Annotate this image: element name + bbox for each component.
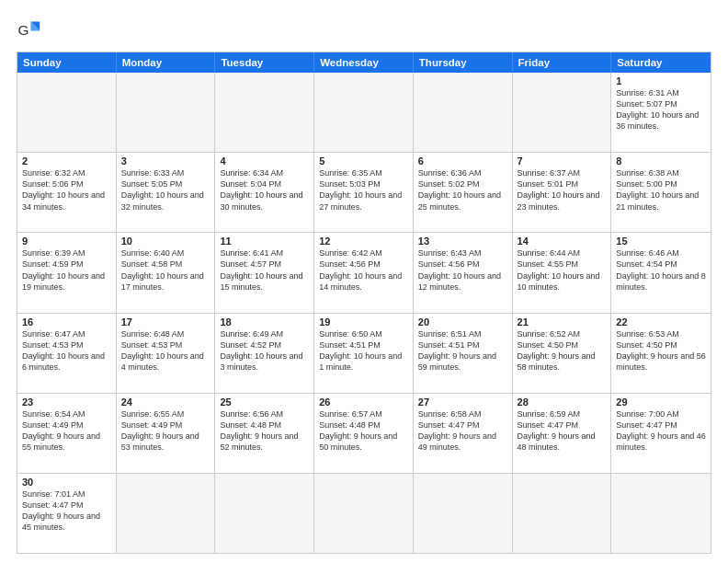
- calendar: SundayMondayTuesdayWednesdayThursdayFrid…: [17, 52, 711, 554]
- day-number: 15: [616, 236, 706, 247]
- day-info: Sunrise: 6:56 AM Sunset: 4:48 PM Dayligh…: [220, 408, 309, 454]
- cal-header-tuesday: Tuesday: [215, 52, 314, 73]
- day-info: Sunrise: 6:41 AM Sunset: 4:57 PM Dayligh…: [220, 247, 309, 293]
- day-number: 1: [616, 75, 706, 86]
- day-info: Sunrise: 6:48 AM Sunset: 4:53 PM Dayligh…: [121, 328, 210, 373]
- day-info: Sunrise: 6:37 AM Sunset: 5:01 PM Dayligh…: [518, 167, 607, 213]
- table-row: 22Sunrise: 6:53 AM Sunset: 4:50 PM Dayli…: [611, 314, 711, 393]
- table-row: 11Sunrise: 6:41 AM Sunset: 4:57 PM Dayli…: [215, 233, 314, 312]
- day-number: 6: [418, 155, 507, 167]
- day-number: 9: [22, 236, 111, 247]
- day-number: 3: [121, 155, 210, 167]
- day-info: Sunrise: 6:46 AM Sunset: 4:54 PM Dayligh…: [616, 247, 706, 293]
- day-info: Sunrise: 6:43 AM Sunset: 4:56 PM Dayligh…: [418, 247, 507, 293]
- table-row: 26Sunrise: 6:57 AM Sunset: 4:48 PM Dayli…: [314, 394, 414, 473]
- cal-header-monday: Monday: [117, 52, 216, 73]
- day-info: Sunrise: 6:36 AM Sunset: 5:02 PM Dayligh…: [418, 167, 507, 213]
- table-row: 17Sunrise: 6:48 AM Sunset: 4:53 PM Dayli…: [117, 314, 216, 393]
- day-number: 19: [319, 316, 408, 327]
- day-info: Sunrise: 6:32 AM Sunset: 5:06 PM Dayligh…: [22, 167, 111, 213]
- day-info: Sunrise: 6:59 AM Sunset: 4:47 PM Dayligh…: [518, 408, 607, 454]
- day-info: Sunrise: 6:35 AM Sunset: 5:03 PM Dayligh…: [319, 167, 408, 213]
- svg-text:G: G: [17, 22, 28, 38]
- table-row: [414, 73, 513, 152]
- day-info: Sunrise: 6:52 AM Sunset: 4:50 PM Dayligh…: [518, 328, 607, 373]
- day-number: 30: [22, 477, 111, 488]
- table-row: [513, 474, 612, 553]
- table-row: 19Sunrise: 6:50 AM Sunset: 4:51 PM Dayli…: [314, 314, 414, 393]
- day-info: Sunrise: 6:51 AM Sunset: 4:51 PM Dayligh…: [418, 328, 507, 373]
- logo: G: [17, 17, 46, 42]
- day-info: Sunrise: 6:42 AM Sunset: 4:56 PM Dayligh…: [319, 247, 408, 293]
- table-row: [611, 474, 711, 553]
- table-row: [215, 73, 314, 152]
- table-row: 20Sunrise: 6:51 AM Sunset: 4:51 PM Dayli…: [414, 314, 513, 393]
- day-info: Sunrise: 6:50 AM Sunset: 4:51 PM Dayligh…: [319, 328, 408, 373]
- day-number: 24: [121, 396, 210, 408]
- day-info: Sunrise: 6:47 AM Sunset: 4:53 PM Dayligh…: [22, 328, 111, 373]
- day-info: Sunrise: 6:33 AM Sunset: 5:05 PM Dayligh…: [121, 167, 210, 213]
- table-row: 9Sunrise: 6:39 AM Sunset: 4:59 PM Daylig…: [17, 233, 117, 312]
- day-number: 16: [22, 316, 111, 327]
- cal-header-saturday: Saturday: [611, 52, 711, 73]
- cal-header-friday: Friday: [513, 52, 612, 73]
- table-row: [17, 73, 117, 152]
- calendar-body: 1Sunrise: 6:31 AM Sunset: 5:07 PM Daylig…: [17, 73, 711, 553]
- day-number: 7: [518, 155, 607, 167]
- day-number: 2: [22, 155, 111, 167]
- table-row: 1Sunrise: 6:31 AM Sunset: 5:07 PM Daylig…: [611, 73, 711, 152]
- day-number: 29: [616, 396, 706, 408]
- day-info: Sunrise: 6:54 AM Sunset: 4:49 PM Dayligh…: [22, 408, 111, 454]
- table-row: 21Sunrise: 6:52 AM Sunset: 4:50 PM Dayli…: [513, 314, 612, 393]
- table-row: 14Sunrise: 6:44 AM Sunset: 4:55 PM Dayli…: [513, 233, 612, 312]
- table-row: 10Sunrise: 6:40 AM Sunset: 4:58 PM Dayli…: [117, 233, 216, 312]
- table-row: [414, 474, 513, 553]
- day-info: Sunrise: 6:31 AM Sunset: 5:07 PM Dayligh…: [616, 87, 706, 132]
- day-number: 23: [22, 396, 111, 408]
- day-number: 12: [319, 236, 408, 247]
- day-info: Sunrise: 6:53 AM Sunset: 4:50 PM Dayligh…: [616, 328, 706, 373]
- table-row: [314, 73, 414, 152]
- cal-header-wednesday: Wednesday: [314, 52, 414, 73]
- day-number: 10: [121, 236, 210, 247]
- table-row: [215, 474, 314, 553]
- calendar-week-2: 9Sunrise: 6:39 AM Sunset: 4:59 PM Daylig…: [17, 233, 711, 313]
- day-number: 28: [518, 396, 607, 408]
- table-row: 25Sunrise: 6:56 AM Sunset: 4:48 PM Dayli…: [215, 394, 314, 473]
- day-number: 21: [518, 316, 607, 327]
- calendar-week-3: 16Sunrise: 6:47 AM Sunset: 4:53 PM Dayli…: [17, 314, 711, 394]
- day-number: 20: [418, 316, 507, 327]
- header: G: [17, 17, 711, 42]
- table-row: 6Sunrise: 6:36 AM Sunset: 5:02 PM Daylig…: [414, 153, 513, 232]
- table-row: 18Sunrise: 6:49 AM Sunset: 4:52 PM Dayli…: [215, 314, 314, 393]
- day-number: 11: [220, 236, 309, 247]
- calendar-week-1: 2Sunrise: 6:32 AM Sunset: 5:06 PM Daylig…: [17, 153, 711, 233]
- table-row: [314, 474, 414, 553]
- day-info: Sunrise: 6:44 AM Sunset: 4:55 PM Dayligh…: [518, 247, 607, 293]
- day-number: 14: [518, 236, 607, 247]
- calendar-week-0: 1Sunrise: 6:31 AM Sunset: 5:07 PM Daylig…: [17, 73, 711, 153]
- table-row: 4Sunrise: 6:34 AM Sunset: 5:04 PM Daylig…: [215, 153, 314, 232]
- day-number: 22: [616, 316, 706, 327]
- table-row: 24Sunrise: 6:55 AM Sunset: 4:49 PM Dayli…: [117, 394, 216, 473]
- day-number: 8: [616, 155, 706, 167]
- table-row: 29Sunrise: 7:00 AM Sunset: 4:47 PM Dayli…: [611, 394, 711, 473]
- day-number: 17: [121, 316, 210, 327]
- day-info: Sunrise: 6:39 AM Sunset: 4:59 PM Dayligh…: [22, 247, 111, 293]
- table-row: 28Sunrise: 6:59 AM Sunset: 4:47 PM Dayli…: [513, 394, 612, 473]
- table-row: 16Sunrise: 6:47 AM Sunset: 4:53 PM Dayli…: [17, 314, 117, 393]
- table-row: 13Sunrise: 6:43 AM Sunset: 4:56 PM Dayli…: [414, 233, 513, 312]
- logo-icon: G: [17, 17, 42, 42]
- table-row: [513, 73, 612, 152]
- table-row: 12Sunrise: 6:42 AM Sunset: 4:56 PM Dayli…: [314, 233, 414, 312]
- table-row: [117, 474, 216, 553]
- calendar-week-5: 30Sunrise: 7:01 AM Sunset: 4:47 PM Dayli…: [17, 474, 711, 553]
- day-info: Sunrise: 6:34 AM Sunset: 5:04 PM Dayligh…: [220, 167, 309, 213]
- cal-header-sunday: Sunday: [17, 52, 117, 73]
- cal-header-thursday: Thursday: [414, 52, 513, 73]
- day-number: 27: [418, 396, 507, 408]
- day-number: 4: [220, 155, 309, 167]
- day-info: Sunrise: 6:49 AM Sunset: 4:52 PM Dayligh…: [220, 328, 309, 373]
- table-row: [117, 73, 216, 152]
- day-info: Sunrise: 7:00 AM Sunset: 4:47 PM Dayligh…: [616, 408, 706, 454]
